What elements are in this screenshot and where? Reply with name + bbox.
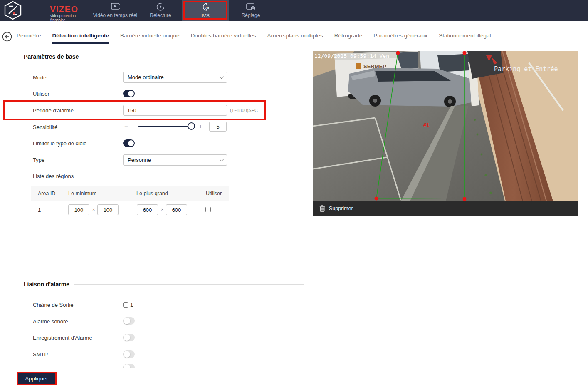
section-title-liaison-alarme: Liaison d'alarme: [24, 281, 69, 288]
tab-parametres-generaux[interactable]: Paramètres généraux: [373, 32, 427, 42]
region-table: Area ID Le minimum Le plus grand Utilise…: [31, 186, 229, 271]
vizeo-hexagon-icon: [3, 1, 22, 20]
toggle-knob: [124, 334, 130, 341]
nav-ivs-label: IVS: [201, 13, 209, 19]
limit-target-toggle[interactable]: [123, 139, 135, 147]
utiliser-toggle[interactable]: [123, 90, 135, 97]
section-divider: [74, 284, 304, 285]
output-chain-checkbox[interactable]: [123, 302, 128, 308]
utiliser-label: Utiliser: [33, 91, 49, 97]
max-width-input[interactable]: [137, 204, 158, 215]
type-label: Type: [33, 157, 44, 163]
min-height-input[interactable]: [97, 204, 119, 215]
tab-arriere-plans-multiples[interactable]: Arriere-plans multiples: [267, 32, 323, 42]
times-separator: ×: [161, 207, 163, 212]
brand-name: VIZEO: [50, 4, 78, 14]
camera-toolbar: Supprimer: [313, 201, 578, 216]
sub-tabs: Perimètre Détection intelligente Barrièr…: [17, 32, 491, 43]
min-width-input[interactable]: [68, 204, 89, 215]
output-chain-option: 1: [130, 302, 133, 308]
col-area-id: Area ID: [38, 191, 55, 196]
toggle-knob: [128, 91, 134, 97]
times-separator: ×: [92, 207, 95, 212]
alarm-record-label: Enregistrement d'Alarme: [33, 335, 92, 341]
section-divider: [82, 57, 304, 57]
sensitivity-slider-handle[interactable]: [188, 122, 195, 130]
limit-target-label: Limiter le type de cible: [33, 140, 86, 147]
brand-logo[interactable]: VIZEO videoprotection française: [3, 1, 91, 20]
toggle-knob: [128, 140, 134, 146]
ai-head-icon: AI: [200, 2, 211, 12]
annotation-box-apply: Appliquer: [17, 372, 57, 385]
camera-timestamp: 12/09/2025 09:59:14 Ven: [314, 53, 389, 59]
nav-playback[interactable]: Relecture: [144, 0, 177, 21]
output-chain-label: Chaîne de Sortie: [33, 302, 74, 308]
footer-divider: [0, 368, 588, 368]
region-table-header: Area ID Le minimum Le plus grand Utilise…: [31, 186, 229, 201]
max-height-input[interactable]: [166, 204, 187, 215]
tab-barriere-virtuelle-unique[interactable]: Barrière virtuelle unique: [120, 32, 180, 42]
nav-live-video[interactable]: Vidéo en temps réel: [86, 0, 144, 21]
smtp-label: SMTP: [33, 351, 48, 358]
camera-preview-panel: SERMEP: [313, 51, 578, 216]
tab-doubles-barriere-virtuelles[interactable]: Doubles barrière virtuelles: [191, 32, 256, 42]
type-select-value: Personne: [128, 157, 151, 163]
alarm-record-toggle[interactable]: [123, 334, 135, 341]
top-navigation-bar: VIZEO videoprotection française Vidéo en…: [0, 0, 588, 21]
row-area-id: 1: [38, 207, 41, 213]
camera-video-frame[interactable]: SERMEP: [313, 51, 578, 201]
clipped-toggle[interactable]: [123, 364, 135, 368]
nav-playback-label: Relecture: [150, 12, 171, 18]
nav-settings-label: Réglage: [242, 12, 260, 18]
nav-live-video-label: Vidéo en temps réel: [93, 12, 138, 18]
chevron-down-icon: [220, 157, 224, 161]
col-minimum: Le minimum: [68, 191, 96, 196]
delete-region-button[interactable]: Supprimer: [329, 206, 353, 211]
section-title-parametres-de-base: Paramètres de base: [24, 53, 79, 60]
sensitivity-label: Sensibilité: [33, 124, 57, 130]
back-icon[interactable]: [2, 32, 12, 42]
trash-icon[interactable]: [319, 205, 325, 212]
apply-button[interactable]: Appliquer: [18, 373, 55, 384]
col-maximum: Le plus grand: [136, 191, 168, 196]
live-video-icon: [110, 2, 121, 11]
audio-alarm-toggle[interactable]: [123, 317, 135, 325]
alarm-period-input[interactable]: [123, 105, 227, 116]
mode-select[interactable]: Mode ordinaire: [123, 72, 227, 83]
audio-alarm-label: Alarme sonore: [33, 318, 68, 325]
tab-detection-intelligente[interactable]: Détection intelligente: [52, 32, 109, 44]
sensitivity-slider-track[interactable]: [138, 126, 195, 127]
tab-perimetre[interactable]: Perimètre: [17, 32, 41, 42]
toggle-knob: [124, 364, 130, 368]
camera-title-overlay: Parking et Entrée: [494, 65, 558, 73]
col-utiliser: Utiliser: [206, 191, 222, 196]
sensitivity-value-input[interactable]: [209, 122, 227, 132]
smtp-toggle[interactable]: [123, 350, 135, 358]
mode-label: Mode: [33, 75, 47, 81]
tab-stationnement-illegal[interactable]: Stationnement illégal: [439, 32, 491, 42]
alarm-period-hint: (1~1800)SEC: [230, 108, 258, 113]
brand-tagline: videoprotection française: [50, 14, 91, 22]
svg-text:AI: AI: [205, 5, 210, 10]
replay-icon: [156, 2, 165, 11]
toggle-knob: [124, 318, 130, 324]
nav-settings[interactable]: Réglage: [232, 0, 269, 21]
type-select[interactable]: Personne: [123, 154, 227, 166]
page: VIZEO videoprotection française Vidéo en…: [0, 0, 588, 385]
tab-retrograde[interactable]: Rétrograde: [334, 32, 363, 42]
alarm-period-label: Période d'alarme: [33, 107, 74, 114]
nav-ivs[interactable]: AI IVS: [182, 0, 229, 21]
toggle-knob: [124, 351, 130, 358]
region-id-label: #1: [423, 122, 429, 128]
sensitivity-minus-button[interactable]: −: [124, 123, 128, 130]
chevron-down-icon: [220, 75, 224, 79]
mode-select-value: Mode ordinaire: [128, 74, 164, 80]
clipped-toggle-wrap: [123, 364, 135, 368]
tabs-divider: [12, 43, 588, 43]
region-list-label: Liste des régions: [33, 173, 74, 179]
row-use-checkbox[interactable]: [205, 207, 211, 212]
sensitivity-plus-button[interactable]: +: [199, 123, 203, 130]
settings-monitor-icon: [245, 2, 256, 11]
